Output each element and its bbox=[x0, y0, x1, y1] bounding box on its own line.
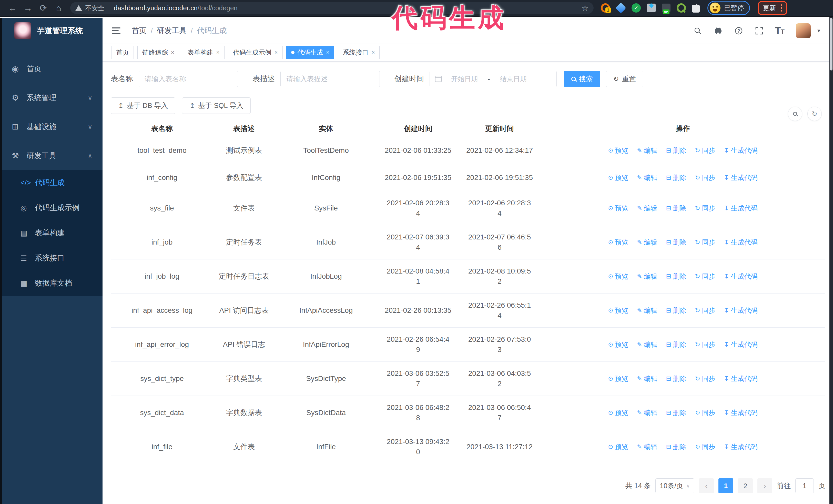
action-delete-link[interactable]: ⊟删除 bbox=[666, 442, 686, 452]
date-range-picker[interactable]: - bbox=[430, 71, 557, 87]
action-edit-link[interactable]: ✎编辑 bbox=[637, 271, 657, 282]
breadcrumb-home[interactable]: 首页 bbox=[132, 26, 147, 36]
close-icon[interactable]: × bbox=[216, 49, 220, 56]
action-preview-link[interactable]: ⊙预览 bbox=[608, 237, 628, 247]
table-row[interactable]: inf_job 定时任务表 InfJob 2021-02-07 06:39:3 … bbox=[111, 225, 825, 259]
back-icon[interactable]: ← bbox=[7, 3, 19, 13]
help-icon[interactable]: ? bbox=[734, 26, 743, 35]
tab-home[interactable]: 首页 bbox=[111, 46, 134, 59]
refresh-table-button[interactable]: ↻ bbox=[807, 106, 822, 121]
action-sync-link[interactable]: ↻同步 bbox=[695, 442, 715, 452]
update-button[interactable]: 更新 bbox=[763, 4, 776, 13]
action-delete-link[interactable]: ⊟删除 bbox=[666, 203, 686, 213]
scrollbar[interactable] bbox=[829, 17, 833, 504]
action-generate-link[interactable]: ↧生成代码 bbox=[724, 172, 758, 183]
action-generate-link[interactable]: ↧生成代码 bbox=[724, 145, 758, 155]
action-edit-link[interactable]: ✎编辑 bbox=[637, 339, 657, 350]
action-preview-link[interactable]: ⊙预览 bbox=[608, 203, 628, 213]
tab-system-api[interactable]: 系统接口× bbox=[338, 46, 380, 59]
table-row[interactable]: tool_test_demo 测试示例表 ToolTestDemo 2021-0… bbox=[111, 137, 825, 164]
sidebar-item-db-doc[interactable]: ▦ 数据库文档 bbox=[2, 271, 102, 296]
action-generate-link[interactable]: ↧生成代码 bbox=[724, 203, 758, 213]
collapse-menu-icon[interactable] bbox=[112, 27, 120, 34]
action-edit-link[interactable]: ✎编辑 bbox=[637, 203, 657, 213]
table-row[interactable]: inf_config 参数配置表 InfConfig 2021-02-06 19… bbox=[111, 164, 825, 191]
action-preview-link[interactable]: ⊙预览 bbox=[608, 374, 628, 384]
table-desc-input[interactable] bbox=[280, 71, 380, 87]
action-edit-link[interactable]: ✎编辑 bbox=[637, 305, 657, 316]
action-preview-link[interactable]: ⊙预览 bbox=[608, 442, 628, 452]
action-preview-link[interactable]: ⊙预览 bbox=[608, 339, 628, 350]
extension-icon-database[interactable]: on bbox=[662, 4, 670, 12]
extension-icon-shield-check[interactable]: ✓ bbox=[632, 3, 641, 13]
avatar-caret-icon[interactable]: ▾ bbox=[817, 27, 820, 34]
action-edit-link[interactable]: ✎编辑 bbox=[637, 145, 657, 155]
table-row[interactable]: inf_job_log 定时任务日志表 InfJobLog 2021-02-08… bbox=[111, 259, 825, 293]
tab-codegen-example[interactable]: 代码生成示例× bbox=[228, 46, 283, 59]
table-row[interactable]: sys_dict_type 字典类型表 SysDictType 2021-03-… bbox=[111, 362, 825, 396]
action-generate-link[interactable]: ↧生成代码 bbox=[724, 408, 758, 418]
start-date-input[interactable] bbox=[445, 75, 484, 83]
table-row[interactable]: inf_api_error_log API 错误日志 InfApiErrorLo… bbox=[111, 328, 825, 362]
action-preview-link[interactable]: ⊙预览 bbox=[608, 408, 628, 418]
action-sync-link[interactable]: ↻同步 bbox=[695, 237, 715, 247]
extensions-puzzle-icon[interactable] bbox=[692, 5, 700, 13]
extension-icon-gem[interactable] bbox=[616, 3, 625, 13]
sidebar-item-home[interactable]: ◉ 首页 bbox=[2, 54, 102, 83]
close-icon[interactable]: × bbox=[372, 49, 375, 56]
browser-profile-chip[interactable]: 已暂停 bbox=[708, 1, 750, 15]
action-generate-link[interactable]: ↧生成代码 bbox=[724, 339, 758, 350]
import-sql-button[interactable]: ↥ 基于 SQL 导入 bbox=[182, 97, 251, 114]
jump-page-input[interactable] bbox=[795, 478, 814, 493]
action-sync-link[interactable]: ↻同步 bbox=[695, 145, 715, 155]
action-sync-link[interactable]: ↻同步 bbox=[695, 172, 715, 183]
tab-tracing[interactable]: 链路追踪× bbox=[137, 46, 179, 59]
sidebar-item-system[interactable]: ⚙ 系统管理 ∨ bbox=[2, 83, 102, 112]
forward-icon[interactable]: → bbox=[22, 3, 34, 13]
table-row[interactable]: sys_dict_data 字典数据表 SysDictData 2021-03-… bbox=[111, 396, 825, 430]
action-sync-link[interactable]: ↻同步 bbox=[695, 374, 715, 384]
action-delete-link[interactable]: ⊟删除 bbox=[666, 339, 686, 350]
action-delete-link[interactable]: ⊟删除 bbox=[666, 305, 686, 316]
next-page-button[interactable]: › bbox=[757, 478, 772, 493]
toggle-search-button[interactable] bbox=[788, 106, 802, 121]
import-db-button[interactable]: ↥ 基于 DB 导入 bbox=[111, 97, 175, 114]
home-icon[interactable]: ⌂ bbox=[53, 3, 65, 13]
end-date-input[interactable] bbox=[494, 75, 532, 83]
action-delete-link[interactable]: ⊟删除 bbox=[666, 408, 686, 418]
fullscreen-icon[interactable] bbox=[755, 26, 764, 35]
action-sync-link[interactable]: ↻同步 bbox=[695, 305, 715, 316]
action-edit-link[interactable]: ✎编辑 bbox=[637, 374, 657, 384]
sidebar-item-system-api[interactable]: ☰ 系统接口 bbox=[2, 246, 102, 271]
action-preview-link[interactable]: ⊙预览 bbox=[608, 305, 628, 316]
github-icon[interactable] bbox=[714, 26, 723, 35]
action-generate-link[interactable]: ↧生成代码 bbox=[724, 374, 758, 384]
action-sync-link[interactable]: ↻同步 bbox=[695, 408, 715, 418]
action-sync-link[interactable]: ↻同步 bbox=[695, 271, 715, 282]
action-generate-link[interactable]: ↧生成代码 bbox=[724, 442, 758, 452]
sidebar-logo[interactable]: 芋道管理系统 bbox=[2, 18, 102, 44]
browser-update-chip[interactable]: 更新 bbox=[758, 1, 787, 15]
action-edit-link[interactable]: ✎编辑 bbox=[637, 408, 657, 418]
action-generate-link[interactable]: ↧生成代码 bbox=[724, 305, 758, 316]
search-button[interactable]: 搜索 bbox=[564, 71, 600, 87]
tab-codegen[interactable]: 代码生成× bbox=[286, 46, 334, 59]
sidebar-item-devtools[interactable]: ⚒ 研发工具 ∧ bbox=[2, 141, 102, 170]
table-row[interactable]: inf_api_access_log API 访问日志表 InfApiAcces… bbox=[111, 293, 825, 328]
page-button-1[interactable]: 1 bbox=[718, 478, 733, 493]
close-icon[interactable]: × bbox=[171, 49, 174, 56]
table-row[interactable]: sys_file 文件表 SysFile 2021-02-06 20:28:3 … bbox=[111, 191, 825, 225]
page-size-select[interactable]: 10条/页 ∨ bbox=[656, 478, 694, 493]
user-avatar[interactable] bbox=[796, 23, 811, 38]
address-bar[interactable]: 不安全 dashboard.yudao.iocoder.cn/tool/code… bbox=[70, 2, 594, 14]
action-delete-link[interactable]: ⊟删除 bbox=[666, 374, 686, 384]
extension-icon-orange[interactable]: 1 bbox=[601, 3, 610, 13]
font-size-icon[interactable]: TT bbox=[775, 25, 785, 36]
action-generate-link[interactable]: ↧生成代码 bbox=[724, 271, 758, 282]
extension-icon-panels[interactable] bbox=[647, 4, 656, 12]
close-icon[interactable]: × bbox=[275, 49, 278, 56]
action-delete-link[interactable]: ⊟删除 bbox=[666, 172, 686, 183]
page-button-2[interactable]: 2 bbox=[738, 478, 753, 493]
action-sync-link[interactable]: ↻同步 bbox=[695, 339, 715, 350]
action-edit-link[interactable]: ✎编辑 bbox=[637, 237, 657, 247]
